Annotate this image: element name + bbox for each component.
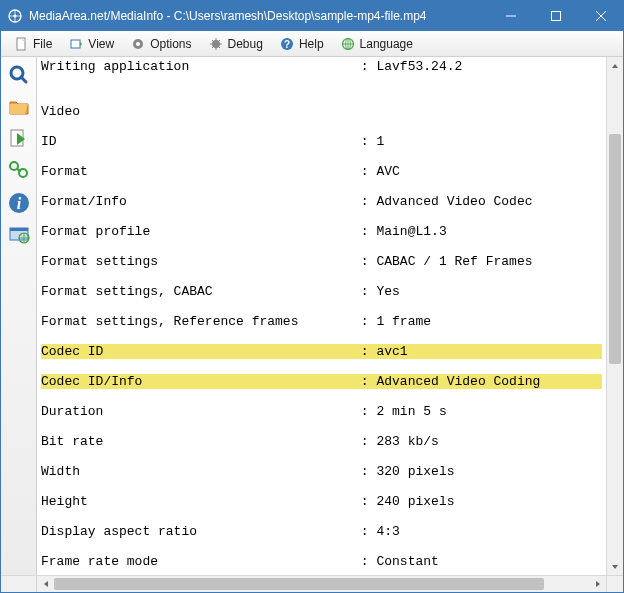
hscroll-thumb[interactable] [54, 578, 544, 590]
svg-point-14 [10, 162, 18, 170]
svg-point-1 [14, 15, 17, 18]
menu-view[interactable]: View [60, 34, 122, 54]
svg-point-6 [136, 42, 140, 46]
scroll-up-button[interactable] [607, 57, 623, 74]
menu-debug-label: Debug [228, 37, 263, 51]
field-label: Height [41, 494, 88, 509]
window-title: MediaArea.net/MediaInfo - C:\Users\rames… [29, 9, 488, 23]
menu-options[interactable]: Options [122, 34, 199, 54]
field-label: Duration [41, 404, 103, 419]
field-value: CABAC / 1 Ref Frames [376, 254, 532, 269]
field-value: 2 min 5 s [376, 404, 446, 419]
hscroll-track[interactable] [54, 576, 589, 592]
field-value: Lavf53.24.2 [376, 59, 462, 74]
globe-icon [340, 36, 356, 52]
field-value: 1 frame [376, 314, 431, 329]
field-label: Codec ID/Info [41, 374, 142, 389]
field-value: 283 kb/s [376, 434, 438, 449]
about-button[interactable]: i [5, 189, 33, 217]
menu-help-label: Help [299, 37, 324, 51]
svg-rect-19 [10, 228, 28, 231]
preferences-button[interactable] [5, 157, 33, 185]
scroll-right-button[interactable] [589, 576, 606, 592]
field-label: Frame rate mode [41, 554, 158, 569]
field-value: 4:3 [376, 524, 399, 539]
menu-file-label: File [33, 37, 52, 51]
vscroll-track[interactable] [607, 74, 623, 558]
minimize-button[interactable] [488, 1, 533, 31]
field-value: Yes [376, 284, 399, 299]
field-label: Format/Info [41, 194, 127, 209]
field-label: Format settings [41, 254, 158, 269]
field-label: Width [41, 464, 80, 479]
maximize-button[interactable] [533, 1, 578, 31]
menu-language-label: Language [360, 37, 413, 51]
menu-help[interactable]: ?Help [271, 34, 332, 54]
field-value: 320 pixels [376, 464, 454, 479]
svg-text:i: i [16, 195, 21, 212]
scroll-left-button[interactable] [37, 576, 54, 592]
field-value: Advanced Video Codec [376, 194, 532, 209]
field-label: Format [41, 164, 88, 179]
field-label: Writing application [41, 59, 189, 74]
scroll-down-button[interactable] [607, 558, 623, 575]
menu-file[interactable]: File [5, 34, 60, 54]
field-label: Display aspect ratio [41, 524, 197, 539]
menu-view-label: View [88, 37, 114, 51]
close-button[interactable] [578, 1, 623, 31]
export-button[interactable] [5, 125, 33, 153]
svg-text:?: ? [284, 39, 290, 50]
menu-language[interactable]: Language [332, 34, 421, 54]
horizontal-scrollbar[interactable] [1, 575, 623, 592]
menu-debug[interactable]: Debug [200, 34, 271, 54]
sidebar: i [1, 57, 37, 575]
app-icon [7, 8, 23, 24]
field-value: Main@L1.3 [376, 224, 446, 239]
field-label: ID [41, 134, 57, 149]
gear-icon [130, 36, 146, 52]
svg-rect-2 [551, 12, 560, 21]
menubar: File View Options Debug ?Help Language [1, 31, 623, 57]
field-value: avc1 [376, 344, 407, 359]
open-folder-button[interactable] [5, 93, 33, 121]
vscroll-thumb[interactable] [609, 134, 621, 364]
field-label: Codec ID [41, 344, 103, 359]
file-icon [13, 36, 29, 52]
open-file-button[interactable] [5, 61, 33, 89]
view-icon [68, 36, 84, 52]
field-label: Bit rate [41, 434, 103, 449]
field-label: Format settings, CABAC [41, 284, 213, 299]
main-content: Writing application : Lavf53.24.2 Video … [37, 57, 623, 575]
field-value: Advanced Video Coding [376, 374, 540, 389]
media-info-text[interactable]: Writing application : Lavf53.24.2 Video … [37, 57, 606, 575]
section-header-video: Video [41, 104, 602, 119]
field-value: Constant [376, 554, 438, 569]
vertical-scrollbar[interactable] [606, 57, 623, 575]
field-value: 240 pixels [376, 494, 454, 509]
field-value: 1 [376, 134, 384, 149]
menu-options-label: Options [150, 37, 191, 51]
field-value: AVC [376, 164, 399, 179]
help-icon: ? [279, 36, 295, 52]
website-button[interactable] [5, 221, 33, 249]
field-label: Format settings, Reference frames [41, 314, 298, 329]
scroll-corner [606, 576, 623, 592]
svg-rect-4 [71, 40, 80, 48]
debug-icon [208, 36, 224, 52]
field-label: Format profile [41, 224, 150, 239]
hscroll-spacer [1, 576, 37, 592]
titlebar[interactable]: MediaArea.net/MediaInfo - C:\Users\rames… [1, 1, 623, 31]
